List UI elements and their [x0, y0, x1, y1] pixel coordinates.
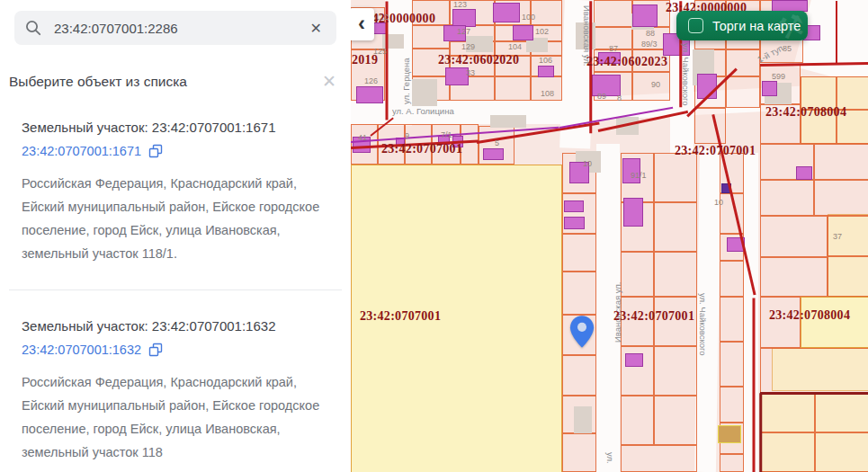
map-parcel	[720, 387, 744, 423]
map-parcel	[760, 348, 868, 393]
map-parcel-number: 104	[508, 42, 522, 51]
map-parcel	[531, 0, 562, 25]
map-street-label: ул. Герцена	[401, 58, 411, 104]
map-quarter-label: 23:42:0602023	[586, 55, 667, 69]
map-building	[483, 148, 504, 160]
result-item: Земельный участок: 23:42:0707001:1671 23…	[0, 120, 351, 265]
map-parcel	[726, 76, 760, 108]
map-parcel-number: 8	[617, 94, 622, 102]
divider	[9, 289, 342, 290]
map-parcel	[815, 393, 868, 432]
map-building	[513, 25, 533, 40]
map-quarter-label: 23:42:0708004	[765, 105, 846, 120]
map-parcel-number: 10	[714, 198, 723, 207]
gavel-icon: ⚒	[772, 11, 808, 40]
map-parcel-number: 102	[535, 27, 549, 36]
map-parcel	[594, 0, 632, 27]
map-parcel-number: 123	[453, 0, 467, 9]
search-icon	[25, 20, 41, 36]
map-quarter-label: 23:42:0707001	[675, 144, 756, 158]
map-parcel-number: 599	[772, 72, 785, 81]
map-parcel	[562, 272, 596, 315]
map-building	[796, 166, 812, 180]
map-parcel-number: 41	[358, 133, 367, 142]
map-parcel-number: 10	[583, 159, 592, 168]
map-parcel	[815, 432, 868, 472]
map-parcel	[760, 216, 828, 257]
result-link[interactable]: 23:42:0707001:1671	[22, 144, 141, 158]
map-parcel-number: 129	[461, 42, 475, 51]
map-parcel-number: 106	[539, 56, 552, 65]
map-building-footprint	[412, 79, 437, 106]
map-quarter-label: 23:42:0707001	[360, 309, 441, 324]
map-building	[564, 200, 584, 212]
map-building-footprint	[490, 115, 526, 128]
map-building	[762, 81, 777, 96]
map-parcel-number: 89	[597, 92, 606, 101]
map-parcel-number: 33	[466, 68, 475, 77]
map-building	[356, 86, 383, 103]
trades-on-map-toggle[interactable]: Торги на карте ⚒	[676, 11, 808, 40]
map-parcel	[814, 180, 868, 216]
map-parcel	[621, 396, 654, 445]
map-street-label: ул. А. Голицина	[392, 106, 454, 116]
map-parcel	[461, 124, 479, 165]
map-parcel	[654, 153, 697, 202]
map-parcel	[761, 432, 815, 472]
checkbox-icon[interactable]	[688, 18, 703, 33]
map-parcel	[654, 202, 697, 252]
map-parcel-number: 5	[495, 138, 499, 147]
map-parcel	[562, 355, 596, 396]
close-list-icon[interactable]: ✕	[322, 71, 336, 92]
map-road	[744, 153, 758, 472]
map-parcel-number: 127	[457, 27, 470, 36]
location-pin-icon[interactable]	[569, 315, 595, 349]
map-parcel	[562, 234, 596, 272]
map-quarter-label: 23:42:0602020	[438, 53, 519, 67]
search-input[interactable]	[52, 20, 307, 37]
map-street-label: ул. Чайковского	[698, 293, 708, 356]
map-parcel	[760, 257, 828, 297]
map-parcel-number: 108	[541, 89, 554, 98]
map-parcel-number: 91/1	[631, 171, 647, 180]
map-quarter-label: 23:42:0707001	[613, 309, 694, 324]
copy-icon[interactable]	[148, 343, 163, 357]
map-building	[538, 66, 554, 77]
map-parcel	[654, 396, 697, 445]
map-parcel	[760, 180, 814, 216]
map-canvas[interactable]: 23:42:000000023:42:0000000201923:42:0602…	[351, 0, 868, 472]
map-building	[632, 4, 658, 27]
map-parcel	[654, 252, 697, 297]
map-building	[718, 425, 741, 443]
result-item: Земельный участок: 23:42:0707001:1632 23…	[0, 318, 351, 464]
map-quarter-label: 23:42:0707001	[381, 142, 462, 156]
map-building	[623, 198, 643, 227]
list-header: Выберите объект из списка ✕	[0, 71, 351, 92]
search-box[interactable]: ✕	[14, 11, 336, 45]
map-street-label: ул. Чайковского	[681, 43, 691, 106]
copy-icon[interactable]	[148, 144, 163, 158]
map-parcel	[720, 297, 744, 342]
map-parcel	[495, 76, 531, 101]
map-parcel-number: 89/3	[641, 40, 658, 49]
clear-search-icon[interactable]: ✕	[307, 18, 326, 39]
map-building	[452, 9, 476, 27]
map-building	[564, 217, 585, 229]
map-boundary-line	[836, 1, 837, 64]
result-link[interactable]: 23:42:0707001:1632	[22, 343, 141, 357]
map-parcel	[828, 256, 868, 297]
result-title: Земельный участок: 23:42:0707001:1671	[22, 120, 329, 135]
map-building-footprint	[574, 406, 592, 433]
map-road	[351, 101, 574, 124]
map-parcel	[621, 252, 654, 297]
map-parcel	[621, 445, 697, 472]
map-quarter-label: 23:42:0708004	[769, 308, 850, 323]
map-boundary-line	[760, 392, 868, 395]
map-parcel-number: 7/1	[441, 130, 452, 139]
map-parcel	[814, 144, 868, 180]
map-street-label: ул.	[605, 452, 615, 464]
back-button[interactable]: ‹	[351, 8, 374, 40]
map-parcel-number: 100	[522, 13, 535, 22]
map-parcel-number: 9	[405, 131, 409, 140]
map-parcel-number: 126	[364, 76, 378, 85]
